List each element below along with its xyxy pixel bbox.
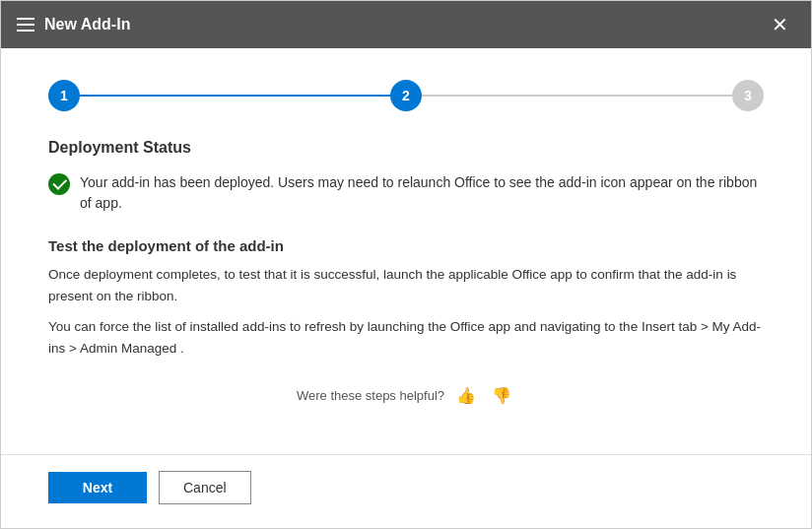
connector-1-2 [80, 95, 390, 97]
close-button[interactable]: ✕ [764, 9, 795, 40]
deployment-status-title: Deployment Status [48, 139, 764, 157]
test-paragraph-2: You can force the list of installed add-… [48, 316, 764, 359]
success-text: Your add-in has been deployed. Users may… [80, 172, 764, 214]
check-icon [48, 173, 70, 195]
connector-2-3 [422, 95, 732, 97]
dialog-title: New Add-In [44, 16, 130, 33]
helpful-row: Were these steps helpful? 👍 👎 [48, 384, 764, 407]
success-message-container: Your add-in has been deployed. Users may… [48, 172, 764, 214]
title-bar: New Add-In ✕ [1, 1, 811, 48]
content-area: 1 2 3 Deployment Status Your add-in has … [1, 48, 811, 454]
step-3: 3 [732, 80, 764, 111]
dialog: New Add-In ✕ 1 2 3 Deployment Status You… [0, 0, 812, 529]
cancel-button[interactable]: Cancel [159, 471, 251, 504]
test-paragraph-1: Once deployment completes, to test that … [48, 264, 764, 306]
footer: Next Cancel [1, 454, 811, 528]
stepper: 1 2 3 [48, 80, 764, 111]
step-1: 1 [48, 80, 80, 111]
step-2: 2 [390, 80, 422, 111]
title-bar-left: New Add-In [17, 16, 130, 33]
thumbs-down-button[interactable]: 👎 [488, 384, 515, 407]
test-section-title: Test the deployment of the add-in [48, 237, 764, 254]
next-button[interactable]: Next [48, 472, 147, 503]
thumbs-up-button[interactable]: 👍 [452, 384, 480, 407]
hamburger-icon [17, 18, 34, 32]
helpful-label: Were these steps helpful? [297, 388, 444, 403]
